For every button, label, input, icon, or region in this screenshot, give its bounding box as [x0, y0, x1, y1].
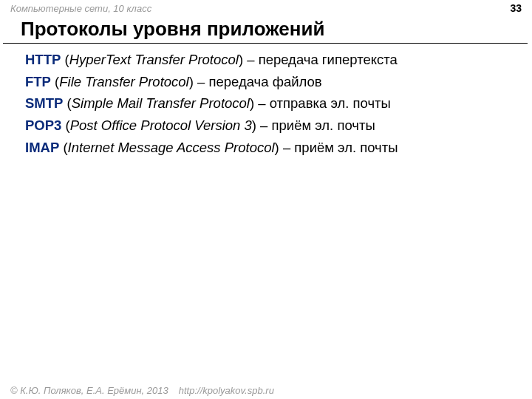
protocol-name: IMAP	[25, 140, 59, 155]
protocol-name: HTTP	[25, 52, 61, 67]
copyright: © К.Ю. Поляков, Е.А. Ерёмин, 2013	[10, 385, 168, 396]
protocol-desc: приём эл. почты	[272, 117, 375, 133]
protocol-fullname: HyperText Transfer Protocol	[69, 52, 239, 67]
protocol-name: POP3	[25, 117, 61, 133]
protocol-line: FTP (File Transfer Protocol) – передача …	[25, 72, 532, 93]
header-band: Компьютерные сети, 10 класс 33	[0, 0, 532, 16]
protocol-fullname: Internet Message Access Protocol	[68, 140, 275, 155]
protocol-desc: приём эл. почты	[294, 140, 398, 155]
protocol-desc: передача гипертекста	[259, 52, 398, 67]
protocol-line: IMAP (Internet Message Access Protocol) …	[25, 137, 532, 159]
footer-url: http://kpolyakov.spb.ru	[179, 385, 274, 396]
protocol-name: FTP	[25, 74, 51, 89]
subject-label: Компьютерные сети, 10 класс	[10, 3, 151, 14]
page-number: 33	[510, 2, 522, 14]
protocol-fullname: File Transfer Protocol	[59, 74, 188, 89]
protocol-fullname: Post Office Protocol Version 3	[70, 117, 252, 133]
protocol-desc: отправка эл. почты	[270, 95, 391, 111]
content-area: HTTP (HyperText Transfer Protocol) – пер…	[0, 44, 532, 158]
protocol-line: HTTP (HyperText Transfer Protocol) – пер…	[25, 50, 532, 71]
protocol-fullname: Simple Mail Transfer Protocol	[72, 95, 250, 111]
protocol-desc: передача файлов	[208, 74, 321, 89]
footer: © К.Ю. Поляков, Е.А. Ерёмин, 2013http://…	[10, 385, 274, 396]
slide-title: Протоколы уровня приложений	[3, 16, 528, 44]
protocol-name: SMTP	[25, 95, 63, 111]
protocol-line: SMTP (Simple Mail Transfer Protocol) – о…	[25, 93, 532, 115]
protocol-line: POP3 (Post Office Protocol Version 3) – …	[25, 115, 532, 137]
